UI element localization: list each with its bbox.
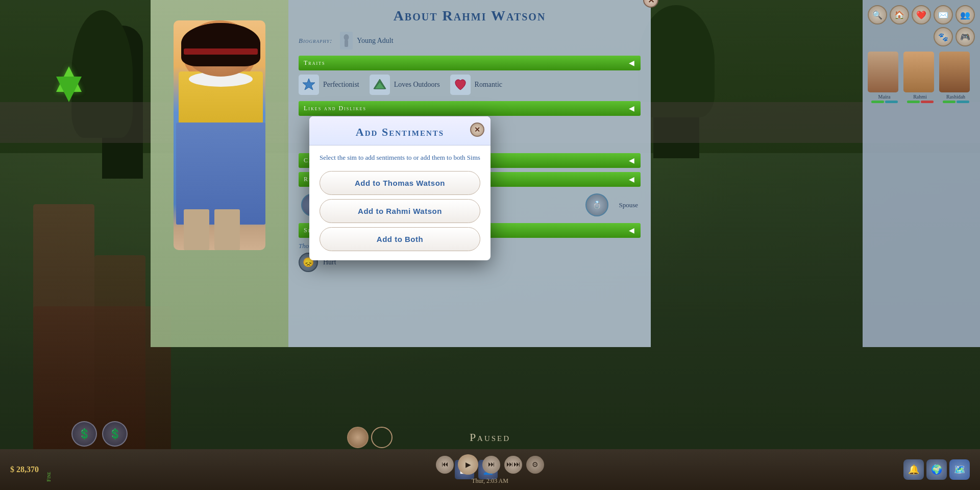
modal-title-bar: Add Sentiments ✕ <box>309 116 491 145</box>
world-icon[interactable]: 🌍 <box>926 459 947 480</box>
romantic-icon <box>450 75 471 95</box>
panel-title: About Rahmi Watson <box>299 8 641 24</box>
mini-profiles: Maira Rahmi Rashidah <box>868 52 975 103</box>
svg-rect-1 <box>345 40 348 47</box>
sim-ui-controls: 💲 💲 <box>71 421 128 447</box>
trait-loves-outdoors: Loves Outdoors <box>370 75 440 95</box>
money-display: $ 28,370 <box>10 465 39 474</box>
bottom-right-icons: 🔔 🌍 🗺️ <box>903 459 970 480</box>
sim-icon-1[interactable]: 💲 <box>71 421 97 447</box>
nav-people-icon[interactable]: 👥 <box>955 5 975 24</box>
biography-label: Biography: <box>299 37 332 45</box>
trait-perfectionist: Perfectionist <box>299 75 359 95</box>
plumbob-icon <box>51 66 87 102</box>
nav-home-icon[interactable]: 🏠 <box>890 5 909 24</box>
modal-close-button[interactable]: ✕ <box>470 122 484 137</box>
rahmi-bars <box>903 101 937 103</box>
paused-label: Paused <box>470 431 510 444</box>
nav-mail-icon[interactable]: ✉️ <box>934 5 953 24</box>
sim-icon-2[interactable]: 💲 <box>102 421 128 447</box>
mood-label: Fine <box>45 472 52 481</box>
trait-perfectionist-label: Perfectionist <box>323 81 359 89</box>
traits-bar[interactable]: Traits ◀ <box>299 56 641 70</box>
rashidah-bars <box>939 101 972 103</box>
modal-description: Select the sim to add sentiments to or a… <box>309 145 491 167</box>
rashidah-name: Rashidah <box>939 94 972 100</box>
trait-romantic: Romantic <box>450 75 502 95</box>
skip-button[interactable]: ⏭⏭ <box>504 456 522 474</box>
svg-point-0 <box>344 34 349 40</box>
playback-controls: ⏮ ▶ ⏭ ⏭⏭ ⚙ <box>436 454 544 475</box>
map-icon[interactable]: 🗺️ <box>949 459 970 480</box>
mini-profile-rashidah[interactable]: Rashidah <box>939 52 972 103</box>
nav-heart-icon[interactable]: ❤️ <box>912 5 931 24</box>
likes-dislikes-bar[interactable]: Likes and Dislikes ◀ <box>299 101 641 116</box>
spouse-label: Spouse <box>619 201 638 209</box>
nav-search-icon[interactable]: 🔍 <box>868 5 887 24</box>
notification-icon[interactable]: 🔔 <box>903 459 924 480</box>
traits-bar-arrow: ◀ <box>629 59 635 67</box>
age-icon <box>340 32 353 50</box>
date-time: Thur, 2:03 AM <box>472 477 508 485</box>
likes-dislikes-label: Likes and Dislikes <box>304 105 366 112</box>
nav-pet-icon[interactable]: 🐾 <box>934 27 953 46</box>
loves-outdoors-icon <box>370 75 390 95</box>
age-stage: Young Adult <box>340 32 393 50</box>
nav-icons: 🔍 🏠 ❤️ ✉️ 👥 🐾 🎮 <box>868 5 975 46</box>
biography-section: Biography: Young Adult <box>299 32 641 50</box>
rahmi-avatar <box>903 52 934 92</box>
add-sentiments-modal: Add Sentiments ✕ Select the sim to add s… <box>309 116 491 260</box>
nav-game-icon[interactable]: 🎮 <box>955 27 975 46</box>
traits-bar-label: Traits <box>304 59 325 67</box>
bottom-avatar-1[interactable] <box>347 427 369 448</box>
speed-button[interactable]: ⚙ <box>526 456 544 474</box>
fast-forward-button[interactable]: ⏭ <box>482 456 500 474</box>
bottom-bar: $ 28,370 📅 👤 ⏮ ▶ ⏭ ⏭⏭ ⚙ Thur, 2:03 AM 🔔 … <box>0 449 980 490</box>
modal-buttons: Add to Thomas Watson Add to Rahmi Watson… <box>309 167 491 260</box>
perfectionist-icon <box>299 75 319 95</box>
playback-section: ⏮ ▶ ⏭ ⏭⏭ ⚙ Thur, 2:03 AM <box>436 454 544 485</box>
rahmi-name: Rahmi <box>903 94 937 100</box>
add-to-rahmi-button[interactable]: Add to Rahmi Watson <box>320 199 480 223</box>
character-figure <box>174 20 265 250</box>
rewind-button[interactable]: ⏮ <box>436 456 454 474</box>
right-panel: 🔍 🏠 ❤️ ✉️ 👥 🐾 🎮 Maira Rahmi Rashidah <box>863 0 980 347</box>
bottom-profile-avatars <box>347 427 393 448</box>
bottom-avatar-2[interactable] <box>371 427 393 448</box>
maira-name: Maira <box>868 94 901 100</box>
age-stage-label: Young Adult <box>357 37 393 45</box>
trait-romantic-label: Romantic <box>475 81 502 89</box>
mini-profile-rahmi[interactable]: Rahmi <box>903 52 937 103</box>
likes-dislikes-arrow: ◀ <box>629 104 635 113</box>
mini-profile-maira[interactable]: Maira <box>868 52 901 103</box>
add-to-thomas-button[interactable]: Add to Thomas Watson <box>320 171 480 195</box>
add-to-both-button[interactable]: Add to Both <box>320 227 480 251</box>
maira-bars <box>868 101 901 103</box>
play-button[interactable]: ▶ <box>458 454 478 475</box>
character-panel <box>151 0 288 347</box>
trait-loves-outdoors-label: Loves Outdoors <box>394 81 440 89</box>
svg-marker-2 <box>303 79 315 90</box>
maira-avatar <box>868 52 898 92</box>
modal-title: Add Sentiments <box>320 126 480 139</box>
spouse-icon: 💍 <box>585 193 608 216</box>
rashidah-avatar <box>939 52 970 92</box>
traits-row: Perfectionist Loves Outdoors Romantic <box>299 75 641 95</box>
